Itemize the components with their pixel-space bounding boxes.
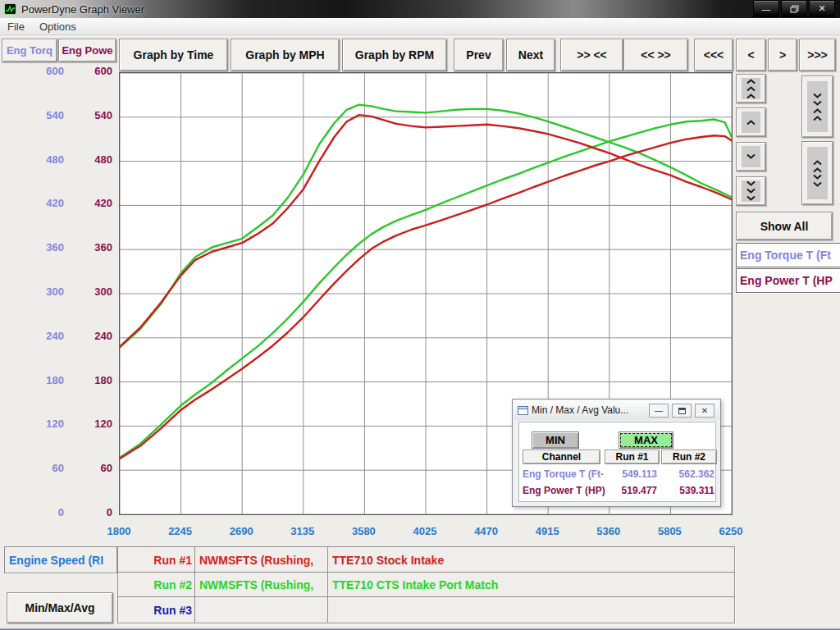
power-axis-tick: 360 — [77, 241, 112, 253]
app-icon — [4, 3, 16, 15]
restore-button[interactable] — [781, 0, 807, 17]
y-scale-expand-up-fast-button[interactable] — [736, 74, 766, 103]
run2-file-field[interactable]: NWMSFTS (Rushing, — [194, 572, 330, 598]
minmax-window-titlebar[interactable]: Min / Max / Avg Valu... — ✕ — [514, 400, 719, 420]
menu-options[interactable]: Options — [32, 21, 84, 33]
minmax-window-icon — [518, 406, 528, 415]
y-scale-expand-button[interactable] — [801, 141, 833, 205]
run1-file-field[interactable]: NWMSFTS (Rushing, — [194, 546, 330, 573]
rpm-axis-tick: 3135 — [278, 525, 327, 537]
zoom-in-button[interactable]: >> << — [560, 39, 623, 71]
torque-axis-tick: 300 — [23, 285, 64, 298]
legend-eng-torque[interactable]: Eng Torque T (Ft — [736, 243, 840, 267]
power-axis-tick: 240 — [77, 330, 112, 342]
expand-vertical-icon — [807, 147, 828, 199]
eng-torque-channel-button[interactable]: Eng Torq — [2, 39, 57, 62]
run2-description-field[interactable]: TTE710 CTS Intake Port Match — [327, 572, 735, 598]
power-axis-tick: 120 — [77, 418, 112, 430]
up-chevron-icon — [742, 112, 760, 133]
power-axis-tick: 60 — [77, 462, 112, 474]
rpm-axis-tick: 3580 — [339, 525, 388, 537]
torque-axis-tick: 600 — [23, 65, 64, 77]
minmax-restore-icon — [678, 408, 686, 414]
torque-axis-tick: 480 — [23, 153, 64, 166]
rpm-axis-tick: 1800 — [94, 525, 144, 537]
eng-power-channel-button[interactable]: Eng Powe — [58, 39, 116, 62]
minmax-avg-button[interactable]: Min/Max/Avg — [7, 592, 113, 623]
run1-label: Run #1 — [117, 546, 199, 573]
y-scale-expand-down-fast-button[interactable] — [736, 176, 766, 206]
minmax-col-run1: Run #1 — [605, 450, 660, 464]
rpm-axis-tick: 2245 — [156, 525, 205, 537]
power-axis-tick: 420 — [77, 197, 112, 209]
power-axis-tick: 480 — [77, 153, 112, 166]
graph-by-time-button[interactable]: Graph by Time — [119, 39, 228, 71]
triple-up-chevron-icon — [742, 78, 760, 99]
scroll-far-right-button[interactable]: >>> — [799, 39, 836, 71]
down-chevron-icon — [742, 146, 760, 167]
minmax-power-run1-value: 519.477 — [608, 485, 657, 496]
run3-label: Run #3 — [117, 596, 199, 623]
run3-file-field[interactable] — [194, 596, 330, 623]
minmax-torque-channel: Eng Torque T (Ft- — [523, 468, 604, 480]
power-axis-tick: 180 — [77, 374, 112, 386]
run1-description-field[interactable]: TTE710 Stock Intake — [327, 546, 735, 573]
graph-by-mph-button[interactable]: Graph by MPH — [231, 39, 340, 71]
show-all-button[interactable]: Show All — [736, 212, 833, 240]
rpm-axis-tick: 4915 — [523, 525, 572, 537]
restore-icon — [790, 5, 799, 13]
y-scale-down-button[interactable] — [736, 142, 766, 171]
x-axis-channel-field[interactable]: Engine Speed (RI — [4, 546, 117, 573]
legend-eng-power[interactable]: Eng Power T (HP — [736, 268, 840, 293]
power-axis-tick: 300 — [77, 285, 112, 298]
torque-axis-tick: 0 — [23, 506, 64, 518]
minmax-torque-run1-value: 549.113 — [608, 468, 657, 480]
torque-axis-tick: 420 — [23, 197, 64, 209]
power-axis-tick: 600 — [77, 65, 112, 77]
minmax-values-window[interactable]: Min / Max / Avg Valu... — ✕ MIN MAX Chan… — [512, 399, 721, 507]
minmax-torque-run2-value: 562.362 — [665, 468, 714, 480]
close-button[interactable]: ✕ — [809, 0, 835, 17]
max-tab-button[interactable]: MAX — [619, 431, 673, 449]
minmax-power-run2-value: 539.311 — [665, 485, 714, 496]
scroll-left-button[interactable]: < — [736, 39, 766, 71]
torque-axis-tick: 180 — [23, 374, 64, 386]
rpm-axis-tick: 2690 — [217, 525, 266, 537]
rpm-axis-tick: 4025 — [400, 525, 450, 537]
prev-button[interactable]: Prev — [454, 39, 504, 71]
minmax-col-channel: Channel — [523, 450, 600, 464]
minmax-window-title: Min / Max / Avg Valu... — [532, 404, 628, 416]
minmax-restore-button[interactable] — [672, 404, 692, 418]
minmax-power-channel: Eng Power T (HP) — [523, 485, 605, 496]
rpm-axis-tick: 6250 — [706, 525, 756, 537]
scroll-right-button[interactable]: > — [768, 39, 797, 71]
rpm-axis-tick: 5360 — [584, 525, 633, 537]
graph-by-rpm-button[interactable]: Graph by RPM — [342, 39, 447, 71]
rpm-axis-tick: 4470 — [462, 525, 511, 537]
zoom-out-button[interactable]: << >> — [623, 39, 688, 71]
torque-axis-tick: 120 — [23, 418, 64, 430]
menu-file[interactable]: File — [0, 21, 32, 33]
minmax-close-button[interactable]: ✕ — [695, 404, 714, 418]
minmax-col-run2: Run #2 — [661, 450, 717, 464]
torque-axis-tick: 360 — [23, 241, 64, 253]
triple-down-chevron-icon — [742, 180, 760, 202]
minmax-minimize-button[interactable]: — — [649, 404, 669, 418]
scroll-far-left-button[interactable]: <<< — [694, 39, 733, 71]
minimize-button[interactable]: — — [753, 0, 779, 17]
power-axis-tick: 540 — [77, 109, 112, 121]
window-title: PowerDyne Graph Viewer — [21, 3, 144, 16]
min-tab-button[interactable]: MIN — [532, 431, 579, 449]
run2-label: Run #2 — [117, 572, 199, 598]
y-scale-up-button[interactable] — [736, 107, 766, 137]
menu-bar: File Options — [0, 18, 840, 35]
collapse-vertical-icon — [807, 81, 828, 132]
title-bar: PowerDyne Graph Viewer — ✕ — [0, 0, 840, 18]
run3-description-field[interactable] — [327, 596, 735, 623]
power-axis-tick: 0 — [77, 506, 112, 518]
rpm-axis-tick: 5805 — [645, 525, 694, 537]
next-button[interactable]: Next — [506, 39, 555, 71]
torque-axis-tick: 60 — [23, 462, 64, 474]
y-scale-collapse-button[interactable] — [801, 75, 833, 138]
torque-axis-tick: 240 — [23, 330, 64, 342]
